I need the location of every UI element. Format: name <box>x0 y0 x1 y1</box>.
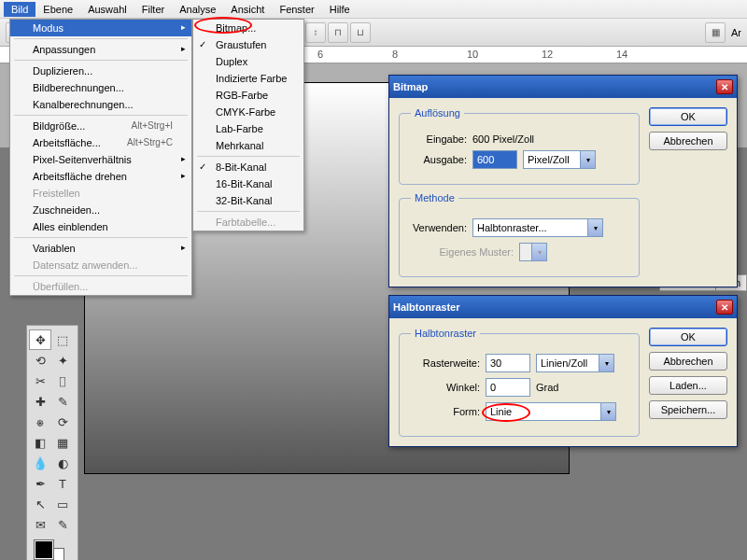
ok-button[interactable]: OK <box>649 328 727 346</box>
ok-button[interactable]: OK <box>649 107 727 126</box>
menu-item-arbeitsflaeche-drehen[interactable]: Arbeitsfläche drehen▸ <box>10 168 191 185</box>
legend: Halbtonraster <box>411 328 480 339</box>
dialog-titlebar[interactable]: Halbtonraster ✕ <box>389 296 737 318</box>
tool-lasso[interactable]: ⟲ <box>29 350 51 371</box>
menu-item-alles-einblenden[interactable]: Alles einblenden <box>10 218 191 235</box>
tool-eyedrop[interactable]: ✎ <box>51 514 74 535</box>
input-rasterweite[interactable] <box>486 354 530 372</box>
menu-fenster[interactable]: Fenster <box>272 2 321 17</box>
tool-shape[interactable]: ▭ <box>51 494 74 514</box>
tool-type[interactable]: T <box>51 473 74 494</box>
submenu-item-lab[interactable]: Lab-Farbe <box>193 120 303 137</box>
menu-item-arbeitsflaeche[interactable]: Arbeitsfläche...Alt+Strg+C <box>10 134 191 151</box>
fieldset-halbtonraster: Halbtonraster Rasterweite: Linien/Zoll▾ … <box>399 328 640 437</box>
menu-item-pixel-sv[interactable]: Pixel-Seitenverhältnis▸ <box>10 151 191 168</box>
input-winkel[interactable] <box>486 378 530 397</box>
tool-button[interactable]: ▦ <box>705 22 726 43</box>
cancel-button[interactable]: Abbrechen <box>649 352 727 371</box>
cancel-button[interactable]: Abbrechen <box>649 132 727 150</box>
submenu-modus: Bitmap... ✓Graustufen Duplex Indizierte … <box>192 19 304 231</box>
tool-blur[interactable]: 💧 <box>29 453 51 473</box>
tool-brush[interactable]: ✎ <box>51 391 74 412</box>
value-eingabe: 600 Pixel/Zoll <box>472 133 534 145</box>
submenu-item-bitmap[interactable]: Bitmap... <box>193 20 303 36</box>
menu-bild-dropdown: Modus▸ Anpassungen▸ Duplizieren... Bildb… <box>9 19 192 296</box>
submenu-item-mehrkanal[interactable]: Mehrkanal <box>193 137 303 154</box>
tool-move[interactable]: ✥ <box>29 329 51 350</box>
menu-filter[interactable]: Filter <box>134 2 172 17</box>
fieldset-aufloesung: Auflösung Eingabe:600 Pixel/Zoll Ausgabe… <box>399 107 640 185</box>
dialog-titlebar[interactable]: Bitmap ✕ <box>389 76 737 98</box>
legend: Auflösung <box>411 107 464 119</box>
menu-item-kanalberechnungen[interactable]: Kanalberechnungen... <box>10 96 191 113</box>
label-ausgabe: Ausgabe: <box>411 154 467 165</box>
menu-item-datensatz: Datensatz anwenden... <box>10 257 191 273</box>
tool-button[interactable]: ↕ <box>305 22 326 43</box>
tool-crop[interactable]: ✂ <box>29 371 51 391</box>
speichern-button[interactable]: Speichern... <box>649 400 727 419</box>
tool-heal[interactable]: ✚ <box>29 391 51 412</box>
submenu-item-rgb[interactable]: RGB-Farbe <box>193 87 303 104</box>
menubar: Bild Ebene Auswahl Filter Analyse Ansich… <box>0 0 747 19</box>
submenu-item-duplex[interactable]: Duplex <box>193 53 303 70</box>
menu-item-ueberfuellen: Überfüllen... <box>10 278 191 295</box>
toolbox: ✥⬚ ⟲✦ ✂⌷ ✚✎ ⎈⟳ ◧▦ 💧◐ ✒T ↖▭ ✉✎ ◻◼ ⊞⊡ <box>26 325 78 560</box>
submenu-item-cmyk[interactable]: CMYK-Farbe <box>193 104 303 120</box>
select-ausgabe-unit[interactable]: Pixel/Zoll▾ <box>523 150 596 169</box>
select-raster-unit[interactable]: Linien/Zoll▾ <box>536 354 614 372</box>
tool-button[interactable]: ⊔ <box>350 22 371 43</box>
menu-bild[interactable]: Bild <box>4 2 35 17</box>
submenu-item-graustufen[interactable]: ✓Graustufen <box>193 36 303 53</box>
dialog-title: Halbtonraster <box>393 301 460 313</box>
label-form: Form: <box>411 406 480 417</box>
tool-notes[interactable]: ✉ <box>29 514 51 535</box>
select-muster: ▾ <box>519 243 547 261</box>
submenu-item-indizierte[interactable]: Indizierte Farbe <box>193 70 303 87</box>
close-button[interactable]: ✕ <box>716 79 733 94</box>
menu-analyse[interactable]: Analyse <box>172 2 223 17</box>
tool-dodge[interactable]: ◐ <box>51 453 74 473</box>
tool-path[interactable]: ↖ <box>29 494 51 514</box>
tool-pen[interactable]: ✒ <box>29 473 51 494</box>
select-form[interactable]: Linie▾ <box>486 402 616 421</box>
menu-item-anpassungen[interactable]: Anpassungen▸ <box>10 41 191 58</box>
label-eigenes-muster: Eigenes Muster: <box>411 246 514 258</box>
menu-item-bildgroesse[interactable]: Bildgröße...Alt+Strg+I <box>10 118 191 134</box>
dialog-title: Bitmap <box>393 81 428 92</box>
menu-item-modus[interactable]: Modus▸ <box>10 20 191 36</box>
tool-history[interactable]: ⟳ <box>51 412 74 432</box>
tool-eraser[interactable]: ◧ <box>29 432 51 453</box>
color-swatches[interactable] <box>29 539 76 560</box>
input-ausgabe[interactable] <box>472 150 517 169</box>
submenu-item-16bit[interactable]: 16-Bit-Kanal <box>193 175 303 192</box>
tool-button[interactable]: ⊓ <box>328 22 348 43</box>
menu-item-variablen[interactable]: Variablen▸ <box>10 240 191 257</box>
dialog-bitmap: Bitmap ✕ Auflösung Eingabe:600 Pixel/Zol… <box>388 75 738 287</box>
tool-wand[interactable]: ✦ <box>51 350 74 371</box>
select-verwenden[interactable]: Halbtonraster...▾ <box>472 218 603 237</box>
menu-ansicht[interactable]: Ansicht <box>223 2 272 17</box>
submenu-item-32bit[interactable]: 32-Bit-Kanal <box>193 192 303 209</box>
label-winkel: Winkel: <box>411 382 480 393</box>
close-button[interactable]: ✕ <box>716 300 733 315</box>
menu-item-duplizieren[interactable]: Duplizieren... <box>10 63 191 79</box>
menu-auswahl[interactable]: Auswahl <box>80 2 134 17</box>
menu-item-freistellen: Freistellen <box>10 185 191 202</box>
toolbar-label: Ar <box>731 27 741 38</box>
menu-item-bildberechnungen[interactable]: Bildberechnungen... <box>10 79 191 96</box>
submenu-item-8bit[interactable]: ✓8-Bit-Kanal <box>193 159 303 175</box>
menu-ebene[interactable]: Ebene <box>35 2 80 17</box>
submenu-item-farbtabelle: Farbtabelle... <box>193 214 303 231</box>
tool-slice[interactable]: ⌷ <box>51 371 74 391</box>
tool-gradient[interactable]: ▦ <box>51 432 74 453</box>
tool-marquee[interactable]: ⬚ <box>51 329 74 350</box>
menu-hilfe[interactable]: Hilfe <box>322 2 358 17</box>
label-grad: Grad <box>536 382 558 393</box>
dialog-halbtonraster: Halbtonraster ✕ Halbtonraster Rasterweit… <box>388 295 738 447</box>
fieldset-methode: Methode Verwenden: Halbtonraster...▾ Eig… <box>399 192 640 277</box>
laden-button[interactable]: Laden... <box>649 376 727 395</box>
label-eingabe: Eingabe: <box>411 133 467 145</box>
tool-stamp[interactable]: ⎈ <box>29 412 51 432</box>
menu-item-zuschneiden[interactable]: Zuschneiden... <box>10 202 191 218</box>
label-rasterweite: Rasterweite: <box>411 357 480 369</box>
